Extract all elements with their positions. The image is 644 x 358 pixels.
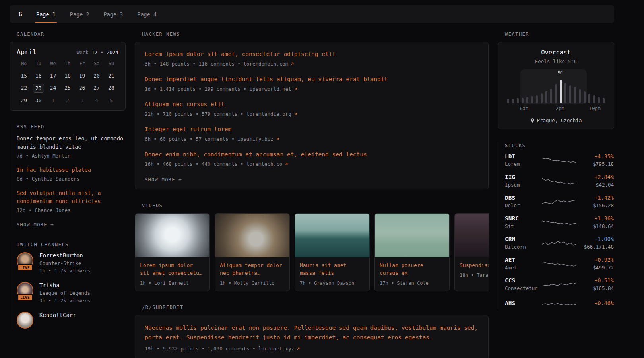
- video-thumbnail: [135, 214, 209, 257]
- video-meta: 1h • Molly Carrillo: [220, 280, 285, 286]
- hn-item: Integer eget rutrum lorem 6h • 60 points…: [145, 125, 479, 142]
- videos-widget: VIDEOS Lorem ipsum dolor sit amet consec…: [135, 203, 489, 291]
- calendar-grid: Mo Tu We Th Fr Sa Su 15 16 17 18 19 20 2…: [17, 61, 118, 105]
- tab-page-2[interactable]: Page 2: [69, 5, 91, 23]
- external-link-icon: [291, 62, 294, 66]
- twitch-channel[interactable]: KendallCarr: [17, 312, 126, 329]
- tab-page-3[interactable]: Page 3: [103, 5, 124, 23]
- stock-row[interactable]: AHS +0.46%: [505, 298, 614, 310]
- dow-label: Sa: [89, 61, 104, 68]
- stock-price: $499.72: [580, 265, 614, 270]
- twitch-channel[interactable]: LIVE ForrestBurton Counter-Strike 1h • 1…: [17, 252, 126, 274]
- hn-meta-text: 16h • 468 points • 440 comments • loremt…: [145, 161, 282, 167]
- stock-row[interactable]: IIG Ipsum +2.84% $42.04: [505, 174, 614, 188]
- subreddit-section-title: /R/SUBREDDIT: [142, 305, 489, 310]
- dow-label: We: [46, 61, 60, 68]
- stock-price: $148.64: [580, 223, 614, 229]
- live-badge: LIVE: [17, 264, 33, 271]
- hn-show-more-button[interactable]: SHOW MORE: [145, 176, 182, 183]
- stock-name: Consectetur: [505, 285, 539, 291]
- video-card[interactable]: Mauris sit amet massa felis 7h • Grayson…: [295, 213, 370, 291]
- weather-feels-like: Feels like 5°C: [504, 58, 607, 64]
- video-card[interactable]: Nullam posuere cursus ex 17h • Stefan Co…: [374, 213, 450, 291]
- stock-price: $66,171.48: [580, 244, 614, 250]
- weather-chart: 9°: [506, 69, 606, 104]
- stock-row[interactable]: CRN Bitcorn -1.00% $66,171.48: [505, 236, 614, 250]
- dow-label: Th: [60, 61, 75, 68]
- weather-bar: [522, 98, 524, 103]
- calendar-day: 26: [75, 83, 89, 93]
- video-card[interactable]: Aliquam tempor dolor nec pharetra… 1h • …: [215, 213, 290, 291]
- stock-row[interactable]: SNRC Sit +1.36% $148.64: [505, 215, 614, 229]
- rss-show-more-button[interactable]: SHOW MORE: [17, 221, 54, 228]
- video-card[interactable]: Lorem ipsum dolor sit amet consectetu… 1…: [135, 213, 210, 291]
- weather-section-title: WEATHER: [505, 31, 614, 37]
- channel-name: ForrestBurton: [39, 252, 90, 259]
- weather-bar: [545, 91, 547, 103]
- hn-story-meta[interactable]: 3h • 148 points • 116 comments • loremdo…: [145, 61, 479, 67]
- stock-row[interactable]: LDI Lorem +4.35% $795.18: [505, 153, 614, 167]
- stock-sparkline: [542, 237, 576, 249]
- stock-sparkline: [542, 278, 576, 290]
- weather-bar: [531, 96, 533, 103]
- stock-change: -1.00%: [580, 236, 614, 242]
- channel-viewers: 1h • 1.7k viewers: [39, 268, 90, 274]
- weather-bar: [517, 98, 519, 103]
- external-link-icon: [294, 112, 297, 116]
- calendar-day: 25: [60, 83, 75, 93]
- hn-story-link[interactable]: Aliquam nec cursus elit: [145, 100, 479, 109]
- subreddit-post-meta[interactable]: 19h • 9,932 points • 1,090 comments • lo…: [145, 346, 479, 352]
- hn-story-link[interactable]: Lorem ipsum dolor sit amet, consectetur …: [145, 50, 479, 58]
- rss-headline-link[interactable]: In hac habitasse platea: [17, 166, 126, 174]
- calendar-day: 20: [89, 71, 104, 80]
- stock-sparkline: [542, 196, 576, 208]
- channel-avatar: [17, 312, 33, 329]
- twitch-channel[interactable]: LIVE Trisha League of Legends 3h • 1.2k …: [17, 282, 126, 304]
- hn-story-meta[interactable]: 16h • 468 points • 440 comments • loremt…: [145, 161, 479, 167]
- stock-name: Bitcorn: [505, 244, 539, 250]
- columns: CALENDAR April Week 17 • 2024 Mo Tu: [10, 31, 614, 358]
- dow-label: Su: [104, 61, 118, 68]
- weather-bar: [579, 89, 581, 103]
- hn-story-meta[interactable]: 21h • 710 points • 579 comments • loreml…: [145, 111, 479, 117]
- twitch-section-title: TWITCH CHANNELS: [17, 242, 126, 247]
- chevron-down-icon: [178, 179, 182, 181]
- tab-page-4[interactable]: Page 4: [136, 5, 158, 23]
- hn-story-link[interactable]: Integer eget rutrum lorem: [145, 125, 479, 134]
- tab-page-1[interactable]: Page 1: [35, 5, 57, 23]
- subreddit-post-link[interactable]: Maecenas mollis pulvinar erat non posuer…: [145, 323, 479, 342]
- rss-headline-link[interactable]: Sed volutpat nulla nisl, a condimentum n…: [17, 189, 126, 206]
- stock-ticker: AHS: [505, 300, 539, 306]
- calendar-day: 19: [75, 71, 89, 80]
- stock-sparkline: [542, 154, 576, 166]
- hn-item: Lorem ipsum dolor sit amet, consectetur …: [145, 50, 479, 67]
- stock-row[interactable]: AET Amet +0.92% $499.72: [505, 257, 614, 270]
- hn-story-meta[interactable]: 1d • 1,414 points • 299 comments • ipsum…: [145, 86, 479, 92]
- hn-story-link[interactable]: Donec enim nibh, condimentum et accumsan…: [145, 150, 479, 159]
- video-thumbnail: [455, 214, 489, 257]
- channel-game: League of Legends: [39, 290, 90, 296]
- stock-row[interactable]: DBS Dolor +1.42% $156.28: [505, 195, 614, 208]
- calendar-day: 16: [31, 71, 46, 80]
- location-pin-icon: [530, 118, 535, 123]
- weather-time-axis: 6am 2pm 10pm: [506, 106, 606, 113]
- show-more-label: SHOW MORE: [17, 222, 47, 228]
- hn-meta-text: 3h • 148 points • 116 comments • loremdo…: [145, 61, 288, 67]
- location-text: Prague, Czechia: [537, 117, 582, 123]
- subreddit-card: Maecenas mollis pulvinar erat non posuer…: [135, 315, 489, 358]
- weather-widget: WEATHER Overcast Feels like 5°C 9° 6am 2…: [498, 31, 614, 129]
- rss-item: Sed volutpat nulla nisl, a condimentum n…: [17, 189, 126, 213]
- right-column: WEATHER Overcast Feels like 5°C 9° 6am 2…: [498, 31, 614, 323]
- rss-item-meta: 12d • Chance Jones: [17, 207, 126, 213]
- app-logo[interactable]: G: [11, 5, 29, 23]
- weather-bar: [550, 89, 552, 103]
- stock-price: $165.84: [580, 285, 614, 291]
- video-card[interactable]: Suspendisse diam 18h • Tara: [454, 213, 489, 291]
- video-meta: 17h • Stefan Cole: [380, 280, 444, 286]
- stock-row[interactable]: CCS Consectetur +0.51% $165.84: [505, 277, 614, 291]
- rss-headline-link[interactable]: Donec tempor eros leo, ut commodo mauris…: [17, 134, 126, 151]
- hn-story-meta[interactable]: 6h • 60 points • 57 comments • ipsumify.…: [145, 136, 479, 142]
- hn-story-link[interactable]: Donec imperdiet augue tincidunt felis al…: [145, 75, 479, 84]
- channel-name: KendallCarr: [39, 312, 76, 318]
- calendar-card: April Week 17 • 2024 Mo Tu We Th Fr: [10, 42, 126, 111]
